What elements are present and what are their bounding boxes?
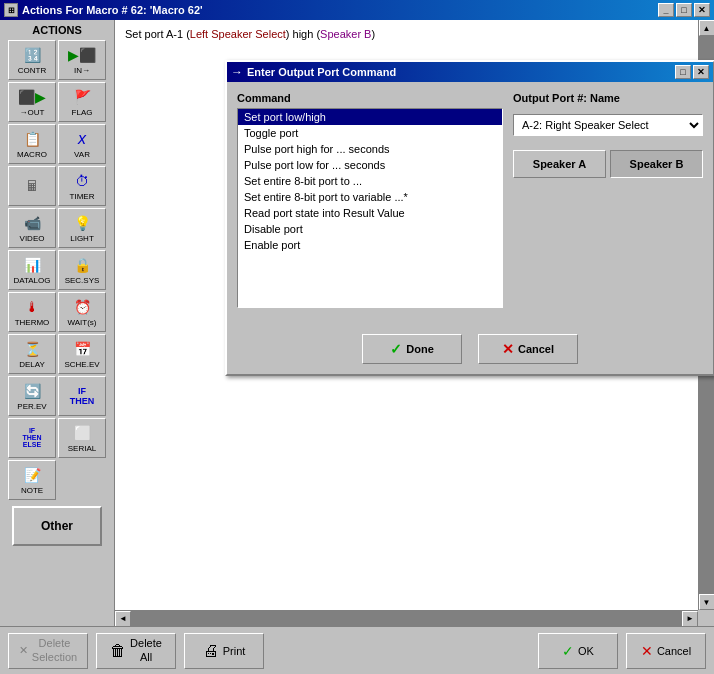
serial-label: SERIAL — [68, 444, 96, 453]
cmd-set8bit[interactable]: Set entire 8-bit port to ... — [238, 173, 502, 189]
speaker-b-button[interactable]: Speaker B — [610, 150, 703, 178]
icon-grid: 🔢 CONTR ▶⬛ IN→ ⬛▶ →OUT 🚩 FLAG 📋 MACRO — [2, 38, 112, 502]
speaker-a-button[interactable]: Speaker A — [513, 150, 606, 178]
ifthen-icon: IFTHEN — [70, 386, 94, 406]
window-title: Actions For Macro # 62: 'Macro 62' — [22, 4, 203, 16]
flag-label: FLAG — [72, 108, 93, 117]
serial-icon: ⬜ — [70, 423, 94, 443]
sidebar: ACTIONS 🔢 CONTR ▶⬛ IN→ ⬛▶ →OUT 🚩 FLAG — [0, 20, 115, 626]
ok-label: OK — [578, 645, 594, 657]
cancel-icon: ✕ — [502, 341, 514, 357]
dialog-footer: ✓ Done ✕ Cancel — [227, 326, 713, 374]
secsys-label: SEC.SYS — [65, 276, 100, 285]
command-label: Command — [237, 92, 503, 104]
ok-button[interactable]: ✓ OK — [538, 633, 618, 669]
sidebar-item-serial[interactable]: ⬜ SERIAL — [58, 418, 106, 458]
delete-selection-icon: ✕ — [19, 644, 28, 657]
cmd-enable[interactable]: Enable port — [238, 237, 502, 253]
cmd-toggle[interactable]: Toggle port — [238, 125, 502, 141]
calc-icon: 🖩 — [20, 176, 44, 196]
scroll-right-button[interactable]: ► — [682, 611, 698, 627]
minimize-button[interactable]: _ — [658, 3, 674, 17]
cmd-setlowhigh[interactable]: Set port low/high — [238, 109, 502, 125]
maximize-button[interactable]: □ — [676, 3, 692, 17]
sidebar-item-delay[interactable]: ⏳ DELAY — [8, 334, 56, 374]
input-icon: ▶⬛ — [70, 45, 94, 65]
scroll-corner — [698, 610, 714, 626]
delete-selection-button[interactable]: ✕ DeleteSelection — [8, 633, 88, 669]
sidebar-item-video[interactable]: 📹 VIDEO — [8, 208, 56, 248]
scroll-down-button[interactable]: ▼ — [699, 594, 715, 610]
dialog-close-button[interactable]: ✕ — [693, 65, 709, 79]
sidebar-item-ifthenelse[interactable]: IF THENELSE — [8, 418, 56, 458]
cmd-pulselow[interactable]: Pulse port low for ... seconds — [238, 157, 502, 173]
cmd-set8bitvar[interactable]: Set entire 8-bit port to variable ...* — [238, 189, 502, 205]
port-select[interactable]: A-2: Right Speaker Select — [513, 114, 703, 136]
delay-icon: ⏳ — [20, 339, 44, 359]
horizontal-scrollbar: ◄ ► — [115, 610, 698, 626]
flag-icon: 🚩 — [70, 87, 94, 107]
close-button[interactable]: ✕ — [694, 3, 710, 17]
action-mid: ) high ( — [286, 28, 320, 40]
datalog-icon: 📊 — [20, 255, 44, 275]
sidebar-item-secsys[interactable]: 🔒 SEC.SYS — [58, 250, 106, 290]
cmd-pulsehigh[interactable]: Pulse port high for ... seconds — [238, 141, 502, 157]
sidebar-item-ifthen[interactable]: IFTHEN — [58, 376, 106, 416]
sidebar-item-var[interactable]: x VAR — [58, 124, 106, 164]
cmd-disable[interactable]: Disable port — [238, 221, 502, 237]
sidebar-title: ACTIONS — [2, 22, 112, 38]
sidebar-item-schedev[interactable]: 📅 SCHE.EV — [58, 334, 106, 374]
timer-label: TIMER — [70, 192, 95, 201]
sidebar-item-counter[interactable]: 🔢 CONTR — [8, 40, 56, 80]
delete-all-button[interactable]: 🗑 DeleteAll — [96, 633, 176, 669]
ifthenelse-icon: IF THENELSE — [20, 428, 44, 448]
done-icon: ✓ — [390, 341, 402, 357]
scroll-up-button[interactable]: ▲ — [699, 20, 715, 36]
macro-icon: 📋 — [20, 129, 44, 149]
delete-selection-label: DeleteSelection — [32, 637, 77, 663]
delete-all-label: DeleteAll — [130, 637, 162, 663]
sidebar-item-flag[interactable]: 🚩 FLAG — [58, 82, 106, 122]
cmd-readstate[interactable]: Read port state into Result Value — [238, 205, 502, 221]
sidebar-item-light[interactable]: 💡 LIGHT — [58, 208, 106, 248]
left-speaker-label: Left Speaker Select — [190, 28, 286, 40]
datalog-label: DATALOG — [13, 276, 50, 285]
sidebar-item-thermo[interactable]: 🌡 THERMO — [8, 292, 56, 332]
sidebar-item-output[interactable]: ⬛▶ →OUT — [8, 82, 56, 122]
port-select-row: A-2: Right Speaker Select — [513, 114, 703, 136]
other-button[interactable]: Other — [12, 506, 102, 546]
content-text: Set port A-1 (Left Speaker Select) high … — [115, 20, 714, 48]
print-button[interactable]: 🖨 Print — [184, 633, 264, 669]
h-scroll-track[interactable] — [131, 611, 682, 626]
dialog-cancel-button[interactable]: ✕ Cancel — [478, 334, 578, 364]
dialog-title-icon: → — [231, 65, 243, 79]
input-label: IN→ — [74, 66, 90, 75]
sidebar-item-datalog[interactable]: 📊 DATALOG — [8, 250, 56, 290]
video-icon: 📹 — [20, 213, 44, 233]
sidebar-item-macro[interactable]: 📋 MACRO — [8, 124, 56, 164]
content-area: Set port A-1 (Left Speaker Select) high … — [115, 20, 714, 626]
dialog-restore-button[interactable]: □ — [675, 65, 691, 79]
cancel-button[interactable]: ✕ Cancel — [626, 633, 706, 669]
sidebar-item-timer[interactable]: ⏱ TIMER — [58, 166, 106, 206]
thermo-label: THERMO — [15, 318, 50, 327]
sidebar-item-input[interactable]: ▶⬛ IN→ — [58, 40, 106, 80]
command-list[interactable]: Set port low/high Toggle port Pulse port… — [237, 108, 503, 308]
dialog-cancel-label: Cancel — [518, 343, 554, 355]
dialog-title-bar: → Enter Output Port Command □ ✕ — [227, 62, 713, 82]
var-icon: x — [70, 129, 94, 149]
cancel-label: Cancel — [657, 645, 691, 657]
other-label: Other — [41, 519, 73, 533]
schedev-icon: 📅 — [70, 339, 94, 359]
note-icon: 📝 — [20, 465, 44, 485]
scroll-left-button[interactable]: ◄ — [115, 611, 131, 627]
note-label: NOTE — [21, 486, 43, 495]
sidebar-item-wait[interactable]: ⏰ WAIT(s) — [58, 292, 106, 332]
dialog-content: Command Set port low/high Toggle port Pu… — [227, 82, 713, 326]
wait-label: WAIT(s) — [67, 318, 96, 327]
sidebar-item-note[interactable]: 📝 NOTE — [8, 460, 56, 500]
done-button[interactable]: ✓ Done — [362, 334, 462, 364]
sidebar-item-perev[interactable]: 🔄 PER.EV — [8, 376, 56, 416]
main-container: ACTIONS 🔢 CONTR ▶⬛ IN→ ⬛▶ →OUT 🚩 FLAG — [0, 20, 714, 626]
sidebar-item-calc[interactable]: 🖩 — [8, 166, 56, 206]
